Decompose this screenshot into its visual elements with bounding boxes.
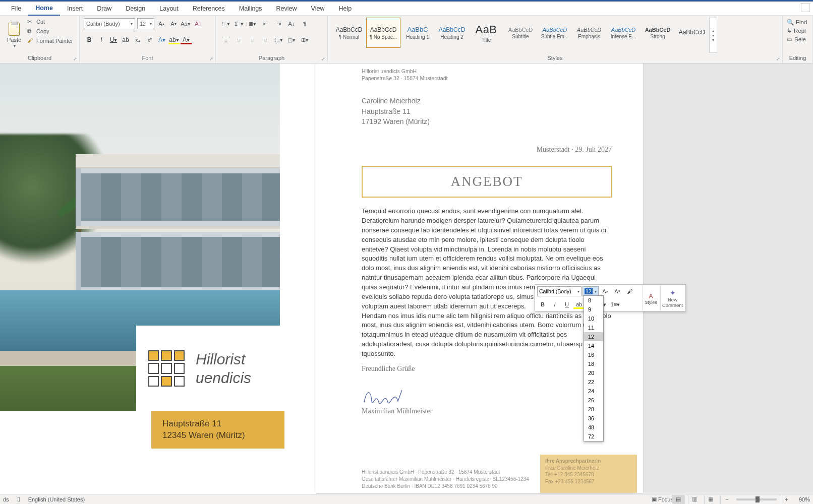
letter-body[interactable]: Temquid errorrorio quecust endus, sunt e…	[362, 207, 612, 359]
cut-button[interactable]: Cut	[26, 18, 74, 26]
size-option-16[interactable]: 16	[584, 350, 603, 359]
size-option-8[interactable]: 8	[584, 296, 603, 305]
subscript-button[interactable]: x₂	[132, 34, 143, 45]
size-option-12[interactable]: 12	[584, 332, 603, 341]
align-center-button[interactable]: ≡	[233, 34, 245, 45]
size-option-28[interactable]: 28	[584, 405, 603, 414]
clear-formatting-button[interactable]: A⃠	[193, 18, 203, 29]
size-option-48[interactable]: 48	[584, 423, 603, 432]
replace-button[interactable]: ↳Repl	[787, 27, 808, 34]
tab-mailings[interactable]: Mailings	[232, 2, 269, 15]
size-option-20[interactable]: 20	[584, 368, 603, 377]
shrink-font-button[interactable]: A▾	[168, 18, 179, 29]
superscript-button[interactable]: x²	[144, 34, 155, 45]
borders-button[interactable]: ⊞▾	[299, 34, 311, 45]
tab-file[interactable]: File	[4, 2, 28, 15]
status-language[interactable]: English (United States)	[28, 496, 85, 502]
web-layout-button[interactable]: ▦	[704, 495, 717, 504]
accessibility-icon[interactable]: ▯	[17, 496, 20, 502]
size-option-10[interactable]: 10	[584, 314, 603, 323]
bullets-button[interactable]: ⁝≡▾	[220, 18, 232, 29]
zoom-in-button[interactable]: +	[780, 495, 793, 504]
size-dropdown[interactable]: 891011121416182022242628364872	[584, 295, 604, 442]
paste-button[interactable]: Paste ▼	[4, 18, 24, 53]
highlight-button[interactable]: ab▾	[168, 34, 180, 45]
font-size-selector[interactable]: 12▾	[137, 18, 154, 29]
mini-underline[interactable]: U	[561, 299, 572, 310]
tab-draw[interactable]: Draw	[90, 2, 119, 15]
text-effects-button[interactable]: A▾	[156, 34, 167, 45]
line-spacing-button[interactable]: ‡≡▾	[272, 34, 284, 45]
print-layout-button[interactable]: ▤	[672, 495, 685, 504]
styles-more-button[interactable]: ▴▾▾	[709, 18, 717, 53]
multilevel-button[interactable]: ≣▾	[246, 18, 258, 29]
strikethrough-button[interactable]: ab	[120, 34, 131, 45]
increase-indent-button[interactable]: ⇥	[272, 18, 284, 29]
mini-shrink-font[interactable]: A▾	[612, 286, 623, 297]
grow-font-button[interactable]: A▴	[156, 18, 166, 29]
style-card-3[interactable]: AaBbCcDHeading 2	[435, 18, 469, 48]
shading-button[interactable]: ▢▾	[285, 34, 298, 45]
style-card-4[interactable]: AaBTitle	[469, 18, 503, 48]
justify-button[interactable]: ≡	[259, 34, 271, 45]
mini-italic[interactable]: I	[549, 299, 560, 310]
size-option-22[interactable]: 22	[584, 377, 603, 387]
style-card-7[interactable]: AaBbCcDEmphasis	[572, 18, 606, 48]
tab-home[interactable]: Home	[28, 2, 60, 16]
font-color-button[interactable]: A▾	[181, 34, 192, 45]
tab-view[interactable]: View	[304, 2, 332, 15]
find-button[interactable]: 🔍Find	[787, 19, 808, 26]
size-option-36[interactable]: 36	[584, 414, 603, 423]
size-option-72[interactable]: 72	[584, 432, 603, 441]
size-option-24[interactable]: 24	[584, 387, 603, 396]
style-card-2[interactable]: AaBbCHeading 1	[400, 18, 435, 48]
copy-button[interactable]: Copy	[26, 27, 74, 35]
clipboard-launcher[interactable]: ⤢	[72, 56, 78, 62]
size-option-18[interactable]: 18	[584, 359, 603, 368]
style-card-9[interactable]: AaBbCcDStrong	[641, 18, 675, 48]
sort-button[interactable]: A↓	[285, 18, 298, 29]
show-marks-button[interactable]: ¶	[299, 18, 311, 29]
style-card-1[interactable]: AaBbCcD¶ No Spac...	[366, 18, 400, 48]
size-option-14[interactable]: 14	[584, 341, 603, 350]
tab-references[interactable]: References	[186, 2, 232, 15]
mini-new-comment[interactable]: ✦ New Comment	[660, 285, 684, 311]
italic-button[interactable]: I	[96, 34, 107, 45]
styles-launcher[interactable]: ⤢	[775, 56, 781, 62]
bold-button[interactable]: B	[84, 34, 95, 45]
mini-font-selector[interactable]: Calibri (Body)▾	[537, 286, 582, 296]
align-left-button[interactable]: ≡	[220, 34, 232, 45]
mini-bold[interactable]: B	[537, 299, 548, 310]
read-mode-button[interactable]: ▥	[688, 495, 701, 504]
format-painter-button[interactable]: Format Painter	[26, 37, 74, 45]
body-para2[interactable]: Hendam nos imus idis nume alic tem hilig…	[362, 311, 612, 359]
paragraph-launcher[interactable]: ⤢	[320, 56, 326, 62]
tab-layout[interactable]: Layout	[152, 2, 186, 15]
align-right-button[interactable]: ≡	[246, 34, 258, 45]
style-card-0[interactable]: AaBbCcD¶ Normal	[332, 18, 366, 48]
style-card-8[interactable]: AaBbCcDIntense E...	[606, 18, 641, 48]
style-card-5[interactable]: AaBbCcDSubtitle	[503, 18, 538, 48]
underline-button[interactable]: U▾	[108, 34, 119, 45]
size-option-11[interactable]: 11	[584, 323, 603, 332]
size-option-9[interactable]: 9	[584, 305, 603, 314]
change-case-button[interactable]: Aa▾	[181, 18, 191, 29]
style-card-6[interactable]: AaBbCcDSubtle Em...	[538, 18, 572, 48]
mini-highlight[interactable]: ab	[573, 299, 585, 310]
numbering-button[interactable]: 1≡▾	[233, 18, 245, 29]
mini-numbering[interactable]: 1≡▾	[610, 299, 621, 310]
mini-size-selector[interactable]: 12▾	[583, 286, 599, 296]
tab-review[interactable]: Review	[269, 2, 304, 15]
tab-insert[interactable]: Insert	[60, 2, 90, 15]
select-button[interactable]: ▭Sele	[787, 36, 808, 43]
focus-mode-button[interactable]: ▣Focus	[656, 495, 669, 504]
size-option-26[interactable]: 26	[584, 396, 603, 405]
zoom-slider[interactable]	[736, 498, 777, 500]
font-name-selector[interactable]: Calibri (Body)▾	[84, 18, 135, 29]
tab-help[interactable]: Help	[331, 2, 359, 15]
mini-format-painter[interactable]: 🖌	[624, 286, 635, 297]
mini-styles-label[interactable]: Styles	[645, 300, 657, 305]
font-launcher[interactable]: ⤢	[208, 56, 214, 62]
style-card-10[interactable]: AaBbCcD	[675, 18, 709, 48]
tab-design[interactable]: Design	[119, 2, 152, 15]
